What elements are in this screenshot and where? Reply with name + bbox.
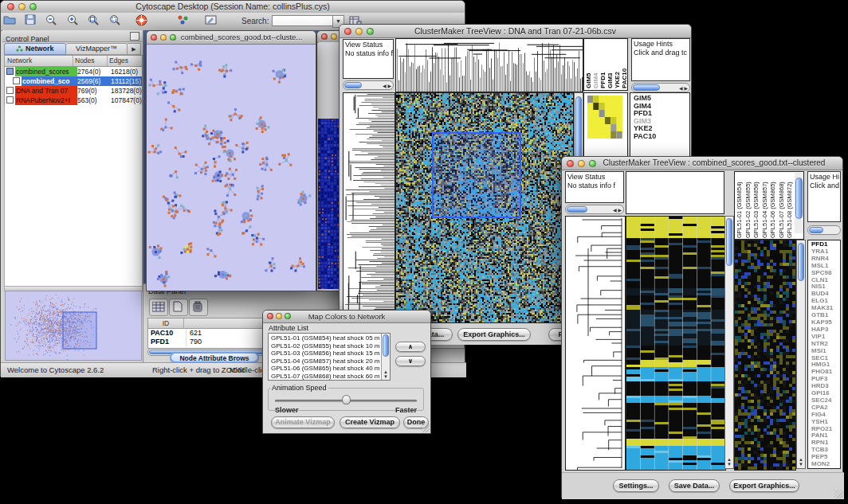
zoom-button[interactable] xyxy=(170,34,176,41)
tv2-settings-button[interactable]: Settings... xyxy=(613,479,659,492)
tv2-export-graphics-button[interactable]: Export Graphics... xyxy=(729,479,799,492)
tv2-column-dendrogram-area[interactable] xyxy=(626,171,724,214)
tv1-column-label[interactable]: GIM5 xyxy=(585,41,592,88)
attribute-list-vscrollbar[interactable]: ▲▼ xyxy=(381,334,390,380)
tv2-footer: Settings... Save Data... Export Graphics… xyxy=(562,472,844,499)
table-mode-icon[interactable] xyxy=(149,299,168,316)
main-titlebar[interactable]: Cytoscape Desktop (Session Name: collins… xyxy=(1,1,465,14)
tv2-column-label[interactable]: GPL51-07 (GSM868) xyxy=(778,173,787,238)
tv2-column-label[interactable]: GPL51-03 (GSM856) xyxy=(752,173,761,238)
resize-grip[interactable] xyxy=(421,424,430,432)
zoom-selected-icon[interactable] xyxy=(107,14,123,27)
tv2-row-dendrogram[interactable] xyxy=(565,216,626,471)
tv1-row-dendrogram[interactable] xyxy=(343,92,395,323)
tv1-gene-label[interactable]: PAC10 xyxy=(632,133,689,141)
col-edges[interactable]: Edges xyxy=(108,56,142,66)
minimize-button[interactable] xyxy=(160,34,167,41)
tv1-hints-hscrollbar[interactable]: ◀ ▶ xyxy=(631,83,690,92)
close-button[interactable] xyxy=(567,160,574,167)
tv1-column-label[interactable]: PAC10 xyxy=(621,41,628,88)
move-down-button[interactable]: ∨ xyxy=(395,356,426,366)
tv2-column-label[interactable]: GPL51-02 (GSM855) xyxy=(744,173,753,238)
zoom-fit-icon[interactable] xyxy=(86,14,102,27)
tv1-column-label[interactable]: YKE2 xyxy=(614,41,621,88)
open-folder-icon[interactable] xyxy=(2,14,18,27)
tv1-column-label[interactable]: GIM3 xyxy=(607,41,614,88)
zoom-button[interactable] xyxy=(589,160,596,167)
close-button[interactable] xyxy=(7,3,14,10)
close-button[interactable] xyxy=(344,28,351,35)
attribute-list-item[interactable]: GPL51-07 (GSM868) heat shock 60 min xyxy=(269,373,380,381)
minimize-button[interactable] xyxy=(355,28,363,35)
zoom-button[interactable] xyxy=(29,3,37,10)
tv2-column-label[interactable]: GPL51-08 (GSM872) xyxy=(786,173,795,238)
close-button[interactable] xyxy=(151,34,157,41)
tab-vizmapper[interactable]: VizMapper™ xyxy=(66,43,128,55)
zoom-button[interactable] xyxy=(367,28,374,35)
tv2-save-data-button[interactable]: Save Data... xyxy=(669,479,720,492)
attribute-list-item[interactable]: GPL51-06 (GSM865) heat shock 40 min xyxy=(269,365,380,373)
animate-vizmap-button[interactable]: Animate Vizmap xyxy=(271,416,335,428)
tab-network[interactable]: Network xyxy=(4,43,66,55)
network-table-row[interactable]: combined_sco2569(6)13112(15) xyxy=(5,76,142,86)
resize-grip[interactable] xyxy=(834,490,843,498)
float-panel-icon[interactable] xyxy=(130,32,139,41)
tv2-column-label[interactable]: GPL51-01 (GSM854) xyxy=(736,173,744,238)
node-attribute-browser-button[interactable]: Node Attribute Brows xyxy=(170,352,259,363)
tv2-column-label[interactable]: GPL51-04 (GSM857) xyxy=(761,173,770,238)
move-up-button[interactable]: ∧ xyxy=(395,342,426,352)
col-network[interactable]: Network xyxy=(5,56,73,66)
tv2-genes-vscrollbar[interactable]: ▲▼ xyxy=(796,240,806,469)
delete-attribute-trash-icon[interactable] xyxy=(189,299,208,316)
network-table-row[interactable]: combined_scores2764(0)16218(0) xyxy=(5,67,142,76)
save-icon[interactable] xyxy=(22,14,38,27)
attribute-list-item[interactable]: GPL51-02 (GSM855) heat shock 10 min xyxy=(269,342,380,350)
tv2-column-label[interactable]: GPL51-06 (GSM865) xyxy=(769,173,778,238)
close-button[interactable] xyxy=(267,313,273,319)
new-attribute-icon[interactable] xyxy=(169,299,188,316)
col-nodes[interactable]: Nodes xyxy=(73,56,108,66)
network-canvas[interactable] xyxy=(147,45,315,291)
control-panel-title: Control Panel xyxy=(2,35,49,43)
create-vizmap-button[interactable]: Create Vizmap xyxy=(340,416,400,428)
network-file-icon xyxy=(13,77,20,84)
tv1-status-hscrollbar[interactable]: ◀ ▶ xyxy=(343,80,394,90)
zoom-out-icon[interactable] xyxy=(44,14,60,27)
tv2-hints-hscrollbar[interactable] xyxy=(807,225,841,235)
tv2-secondary-heatmap[interactable] xyxy=(734,240,796,471)
tv2-column-labels-panel: GPL51-01 (GSM854)GPL51-02 (GSM855)GPL51-… xyxy=(734,171,804,240)
tv1-column-label[interactable]: PFD1 xyxy=(599,41,607,88)
attribute-list-item[interactable]: GPL51-04 (GSM857) heat shock 20 min xyxy=(269,357,380,365)
minimize-button[interactable] xyxy=(331,33,337,40)
help-lifering-icon[interactable] xyxy=(134,14,150,27)
close-button[interactable] xyxy=(321,33,328,40)
network-table-row[interactable]: DNA and Tran 07769(0)183728(0) xyxy=(5,86,142,96)
tv2-labels-vscrollbar[interactable] xyxy=(795,173,803,233)
attribute-list-item[interactable]: GPL51-03 (GSM856) heat shock 15 min xyxy=(269,350,380,357)
attribute-listbox[interactable]: GPL51-01 (GSM854) heat shock 05 minGPL51… xyxy=(268,333,391,381)
network-name: combined_scores xyxy=(15,67,77,76)
minimize-button[interactable] xyxy=(18,3,26,10)
vizmapper-node-icon[interactable] xyxy=(175,14,190,27)
annotation-icon[interactable] xyxy=(203,14,219,27)
id-column-header[interactable]: ID xyxy=(148,318,184,328)
speed-slider-thumb[interactable] xyxy=(342,395,351,404)
network-table-row[interactable]: RNAPuberNov2+I563(0)107847(0) xyxy=(5,96,142,105)
tv2-heatmap[interactable] xyxy=(626,216,726,471)
tv1-global-heatmap-thumbnail[interactable] xyxy=(587,96,622,139)
tab-overflow-arrow[interactable]: ▶ xyxy=(128,43,141,55)
attribute-list-item[interactable]: GPL51-01 (GSM854) heat shock 05 min xyxy=(269,334,380,342)
tv2-heatmap-vscrollbar[interactable]: ▲▼ xyxy=(724,216,734,469)
tv1-column-dendrogram[interactable] xyxy=(395,38,583,92)
network-overview-thumbnail[interactable] xyxy=(5,291,142,361)
tv1-heatmap[interactable] xyxy=(395,92,574,323)
minimize-button[interactable] xyxy=(578,160,585,167)
search-input[interactable] xyxy=(272,15,334,26)
minimize-button[interactable] xyxy=(276,313,282,319)
zoom-in-icon[interactable] xyxy=(65,14,80,27)
tv1-export-graphics-button[interactable]: Export Graphics... xyxy=(457,328,531,341)
zoom-button[interactable] xyxy=(285,313,291,319)
tv1-column-label[interactable]: GIM4 xyxy=(592,41,599,88)
tv2-gene-label[interactable]: MON2 xyxy=(810,461,840,468)
tv2-status-hscrollbar[interactable]: ◀ ▶ xyxy=(565,205,624,214)
